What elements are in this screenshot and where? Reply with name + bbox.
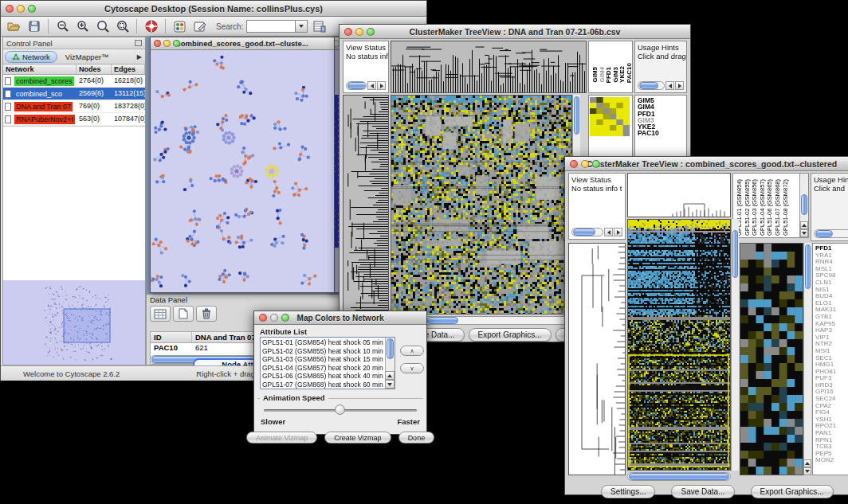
view-status-scrollbar[interactable] [571,228,622,236]
animation-speed-slider[interactable] [264,409,417,412]
float-panel-icon[interactable] [135,40,142,46]
scroll-up-button[interactable] [385,371,395,380]
tv2-heatmap[interactable] [627,219,731,471]
scrollbar-thumb[interactable] [347,82,367,89]
column-label[interactable]: GIM3 [612,67,619,83]
network-row[interactable]: combined_sco 2569(6) 13112(15) [3,88,145,100]
network-row[interactable]: RNAPuberNov2+I 563(0) 107847(0) [3,113,145,126]
zoom-in-button[interactable] [74,18,91,34]
tv1-row-dendrogram[interactable] [343,95,389,315]
scroll-left-button[interactable] [604,228,613,236]
scrollbar-thumb[interactable] [815,230,833,237]
column-label[interactable]: GIM4 [599,67,606,83]
col-header-edges[interactable]: Edges [112,64,145,74]
scrollbar-thumb[interactable] [801,194,807,215]
column-label[interactable]: PAC10 [626,63,633,83]
scrollbar-thumb[interactable] [574,96,579,135]
scroll-right-button[interactable] [675,81,684,90]
attribute-list-vscrollbar[interactable] [385,338,395,389]
main-titlebar[interactable]: Cytoscape Desktop (Session Name: collins… [1,1,426,17]
scroll-left-button[interactable] [665,81,674,90]
treeview-button[interactable]: Export Graphics... [469,328,552,342]
zoom-selected-button[interactable] [114,18,131,34]
tv2-labels-vscrollbar[interactable] [799,174,808,237]
vizmapper-tool-button[interactable] [171,18,188,34]
close-button[interactable] [570,160,578,168]
scroll-up-button[interactable] [800,221,808,229]
network-overview-thumbnail[interactable] [3,280,145,365]
usage-hints-scrollbar[interactable] [814,229,848,238]
tv1-column-dendrogram[interactable] [391,41,587,93]
minimize-button[interactable] [17,5,25,13]
dialog-button[interactable]: Create Vizmap [324,432,391,443]
zoom-button[interactable] [367,28,375,36]
column-label[interactable]: GPL51-03 (GSM856) [751,179,759,236]
col-header-network[interactable]: Network [3,64,77,74]
treeview-button[interactable]: Export Graphics... [751,485,834,498]
treeview2-titlebar[interactable]: ClusterMaker TreeView : combined_scores_… [565,157,848,171]
tab-vizmapper[interactable]: VizMapper™ [59,51,116,63]
view-status-scrollbar[interactable] [346,81,386,90]
column-label[interactable]: GPL51-07 (GSM868) [774,179,782,236]
attribute-item[interactable]: GPL51-07 (GSM868) heat shock 60 min [262,381,393,389]
scrollbar-thumb[interactable] [629,473,729,480]
attribute-item[interactable]: GPL51-03 (GSM856) heat shock 15 min [262,355,393,364]
tv2-column-dendrogram[interactable] [627,173,731,217]
tv2-heatmap-vscrollbar[interactable] [731,219,739,471]
scroll-right-button[interactable] [377,81,386,90]
scroll-right-button[interactable] [614,228,622,236]
attribute-item[interactable]: GPL51-06 (GSM865) heat shock 40 min [262,372,393,381]
minimize-button[interactable] [270,314,278,322]
zoom-button[interactable] [281,314,289,322]
usage-hints-scrollbar[interactable] [638,81,684,90]
new-attribute-button[interactable] [173,306,194,322]
search-dropdown-button[interactable] [296,20,308,33]
network-canvas-clusters[interactable] [151,50,334,292]
gene-label[interactable]: MON2 [815,457,848,464]
tv1-heatmap[interactable] [391,95,572,315]
scrollbar-thumb[interactable] [732,230,738,278]
col-header-id[interactable]: ID [151,332,192,342]
attribute-listbox[interactable]: GPL51-01 (GSM854) heat shock 05 minGPL51… [260,337,395,389]
column-label[interactable]: GPL51-04 (GSM857) [759,179,767,236]
zoom-button[interactable] [173,40,180,47]
zoom-out-button[interactable] [54,18,71,34]
scroll-down-button[interactable] [803,467,811,475]
attribute-browser-button[interactable] [311,18,328,34]
tab-overflow-button[interactable]: ▶ [137,53,143,61]
move-attribute-down-button[interactable]: ∨ [400,363,424,373]
attribute-item[interactable]: GPL51-02 (GSM855) heat shock 10 min [262,347,393,356]
minimize-button[interactable] [163,40,171,47]
scroll-down-button[interactable] [800,229,808,237]
network-row[interactable]: DNA and Tran 07 769(0) 183728(0) [3,100,145,113]
delete-attribute-button[interactable] [196,306,217,322]
network-list-header[interactable]: Network Nodes Edges [3,64,145,75]
slider-thumb[interactable] [335,404,345,415]
dialog-button[interactable]: Done [398,432,435,443]
save-session-button[interactable] [26,18,42,34]
dialog-titlebar[interactable]: Map Colors to Network [254,311,426,325]
dialog-button[interactable]: Animate Vizmap [246,432,317,443]
scrollbar-thumb[interactable] [805,244,811,289]
zoom-fit-button[interactable] [94,18,111,34]
col-header-nodes[interactable]: Nodes [77,64,112,74]
column-label[interactable]: PFD1 [605,67,612,83]
network-row[interactable]: combined_scores 2764(0) 16218(0) [3,75,145,88]
zoom-button[interactable] [28,5,36,13]
column-label[interactable]: YKE2 [618,66,626,83]
tab-network[interactable]: Network [5,51,57,63]
column-label[interactable]: GPL51-08 (GSM872) [782,179,790,236]
treeview-button[interactable]: Settings... [601,485,655,498]
scrollbar-thumb[interactable] [639,82,658,89]
tv1-global-heatmap[interactable] [590,97,630,136]
attribute-item[interactable]: GPL51-01 (GSM854) heat shock 05 min [262,338,393,347]
close-button[interactable] [6,5,14,13]
scroll-up-button[interactable] [803,459,811,467]
zoom-button[interactable] [592,160,600,168]
scrollbar-thumb[interactable] [573,229,595,236]
tv2-zoom-heatmap[interactable] [740,243,803,475]
search-input[interactable] [246,20,296,33]
gene-label[interactable]: PAC10 [638,130,685,136]
open-session-button[interactable] [6,18,22,34]
scrollbar-thumb[interactable] [387,338,394,359]
